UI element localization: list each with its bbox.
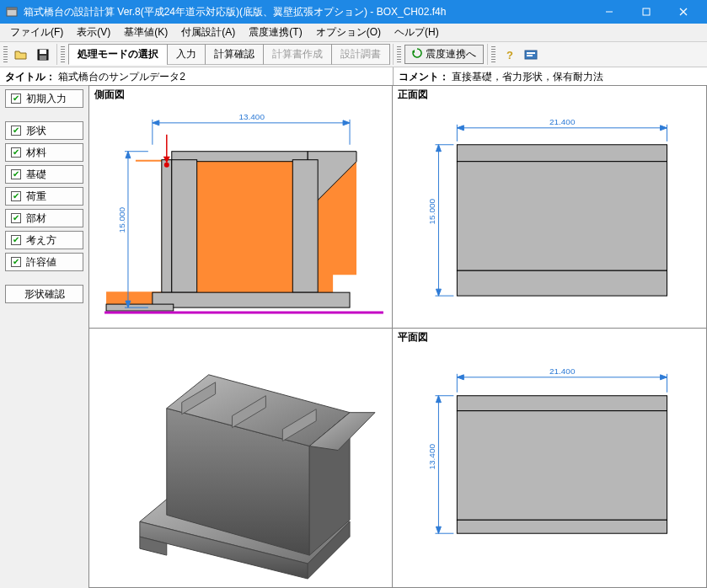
dim-plan-width: 21.400 (549, 366, 576, 376)
svg-rect-19 (162, 160, 172, 292)
sidebar-item-load[interactable]: 荷重 (5, 187, 83, 206)
window-title: 箱式橋台の設計計算 Ver.8(平成24年道示対応版)(底版、翼壁拡張オプション… (24, 5, 591, 19)
menu-bar: ファイル(F) 表示(V) 基準値(K) 付属設計(A) 震度連携(T) オプシ… (0, 24, 707, 42)
minimize-button[interactable] (591, 0, 628, 24)
toolbar: 処理モードの選択 入力 計算確認 計算書作成 設計調書 震度連携へ ? (0, 42, 707, 67)
check-icon (11, 257, 21, 267)
svg-rect-3 (643, 8, 650, 15)
check-icon (11, 213, 21, 223)
menu-basis[interactable]: 基準値(K) (117, 24, 174, 41)
tab-report[interactable]: 計算書作成 (263, 44, 332, 65)
svg-rect-63 (457, 411, 667, 521)
svg-rect-14 (527, 55, 533, 56)
menu-file[interactable]: ファイル(F) (3, 24, 70, 41)
dim-side-width: 13.400 (239, 112, 265, 121)
svg-marker-32 (343, 120, 350, 126)
comment-label: コメント： (399, 71, 449, 83)
menu-option[interactable]: オプション(O) (309, 24, 388, 41)
sidebar: 初期入力 形状 材料 基礎 荷重 部材 考え方 許容値 形状確認 (0, 86, 89, 588)
svg-marker-73 (436, 396, 441, 403)
close-button[interactable] (665, 0, 702, 24)
check-icon (11, 147, 21, 158)
svg-rect-64 (457, 520, 667, 533)
title-bar: 箱式橋台の設計計算 Ver.8(平成24年道示対応版)(底版、翼壁拡張オプション… (0, 0, 707, 24)
svg-rect-38 (457, 145, 667, 162)
svg-rect-62 (457, 396, 667, 411)
sidebar-item-found[interactable]: 基礎 (5, 165, 83, 184)
sidebar-item-shape[interactable]: 形状 (5, 121, 83, 140)
svg-marker-45 (661, 126, 667, 131)
toolbar-grip-2 (61, 46, 65, 63)
sidebar-item-initial[interactable]: 初期入力 (5, 89, 83, 108)
svg-marker-6 (15, 51, 26, 59)
dim-front-width: 21.400 (549, 117, 576, 126)
tab-bar: 処理モードの選択 入力 計算確認 計算書作成 設計調書 (68, 44, 389, 65)
svg-marker-69 (661, 375, 667, 380)
svg-rect-13 (527, 52, 535, 54)
maximize-button[interactable] (628, 0, 665, 24)
svg-marker-68 (457, 375, 463, 380)
dim-side-height: 15.000 (117, 206, 126, 233)
sidebar-item-confirm[interactable]: 形状確認 (5, 285, 83, 303)
comment-value: 直接基礎，省力形状，保有耐力法 (452, 71, 603, 83)
svg-rect-1 (7, 8, 17, 10)
svg-rect-20 (172, 160, 197, 292)
tab-input[interactable]: 入力 (167, 44, 206, 65)
refresh-icon (412, 48, 422, 61)
view-side-title: 側面図 (93, 88, 126, 102)
check-icon (11, 94, 21, 104)
app-icon (5, 5, 19, 19)
seismic-link-button[interactable]: 震度連携へ (404, 45, 484, 64)
view-3d[interactable] (88, 328, 393, 588)
svg-rect-9 (40, 56, 46, 60)
menu-help[interactable]: ヘルプ(H) (388, 24, 446, 41)
menu-attach[interactable]: 付属設計(A) (174, 24, 242, 41)
svg-rect-40 (457, 270, 667, 296)
viewports: 側面図 (89, 86, 707, 588)
svg-marker-49 (436, 145, 441, 152)
save-button[interactable] (33, 45, 53, 64)
dim-plan-height: 13.400 (427, 444, 437, 470)
toolbar-grip-3 (397, 46, 401, 63)
toolbar-grip (3, 46, 8, 63)
view-side[interactable]: 側面図 (88, 85, 393, 329)
tab-mode[interactable]: 処理モードの選択 (68, 44, 168, 65)
title-label: タイトル： (5, 71, 56, 83)
workspace: 初期入力 形状 材料 基礎 荷重 部材 考え方 許容値 形状確認 側面図 (0, 86, 707, 588)
view-plan-title: 平面図 (396, 330, 430, 345)
view-front-title: 正面図 (396, 88, 430, 102)
sidebar-item-allow[interactable]: 許容値 (5, 253, 83, 271)
view-front[interactable]: 正面図 21.400 15.000 (392, 85, 707, 329)
svg-rect-39 (457, 162, 667, 271)
sidebar-item-material[interactable]: 材料 (5, 143, 83, 162)
sidebar-item-assume[interactable]: 考え方 (5, 231, 83, 249)
svg-marker-36 (126, 152, 131, 158)
svg-rect-21 (292, 160, 318, 292)
svg-rect-22 (153, 292, 350, 307)
info-button[interactable] (521, 45, 541, 64)
check-icon (11, 169, 21, 179)
menu-view[interactable]: 表示(V) (70, 24, 117, 41)
svg-marker-44 (457, 126, 463, 131)
tab-calc[interactable]: 計算確認 (205, 44, 264, 65)
toolbar-grip-4 (491, 46, 495, 63)
menu-seismic[interactable]: 震度連携(T) (242, 24, 308, 41)
check-icon (11, 191, 21, 201)
svg-rect-8 (40, 50, 46, 54)
svg-text:?: ? (506, 49, 513, 61)
svg-marker-31 (153, 120, 159, 126)
tab-design[interactable]: 設計調書 (331, 44, 390, 65)
seismic-link-label: 震度連携へ (426, 47, 476, 61)
info-bar: タイトル： 箱式橋台のサンプルデータ2 コメント： 直接基礎，省力形状，保有耐力… (0, 67, 707, 86)
sidebar-item-member[interactable]: 部材 (5, 209, 83, 227)
svg-marker-50 (436, 289, 441, 296)
view-plan[interactable]: 平面図 21.400 13.400 (392, 328, 707, 588)
dim-front-height: 15.000 (427, 199, 437, 225)
check-icon (11, 126, 21, 136)
svg-marker-74 (436, 527, 441, 533)
title-value: 箱式橋台のサンプルデータ2 (58, 71, 185, 83)
help-button[interactable]: ? (499, 45, 519, 64)
open-button[interactable] (11, 45, 31, 64)
svg-point-27 (164, 163, 169, 168)
check-icon (11, 235, 21, 245)
